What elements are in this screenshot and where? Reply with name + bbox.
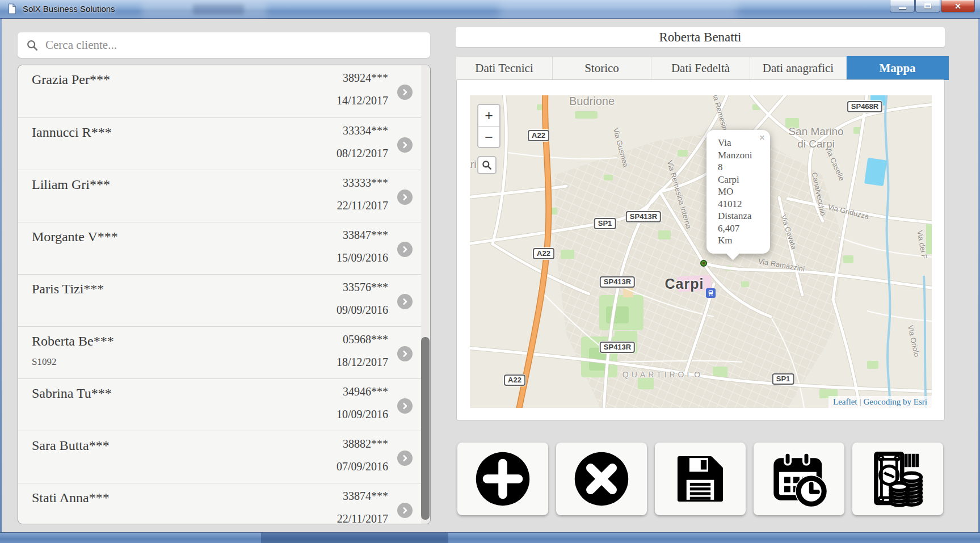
map-canvas[interactable]: BudrioneSan Marinodi CarpiCarpiQUARTIROL… [470,95,932,408]
customer-list-item[interactable]: Liliam Gri*** 33333*** 22/11/2017 [18,170,421,222]
title-bar: SolX Business Solutions ✕ [0,0,980,19]
chevron-right-icon [400,401,410,411]
customer-open-button[interactable] [397,398,413,414]
customer-open-button[interactable] [397,242,413,257]
action-toolbar [457,443,949,515]
x-circle-icon [570,448,633,510]
customer-open-button[interactable] [397,503,413,518]
chevron-right-icon [400,453,410,463]
customer-list-item[interactable]: Stati Anna*** 33874*** 22/11/2017 [18,483,421,524]
money-coins-icon [868,449,927,508]
customer-list-item[interactable]: Paris Tizi*** 33576*** 09/09/2016 [18,274,421,326]
chevron-right-icon [400,506,410,515]
maximize-button[interactable] [915,0,940,12]
esri-link[interactable]: Geocoding by Esri [864,397,927,406]
customer-name: Iannucci R*** [32,125,112,140]
customer-name: Roberta Be*** [32,334,114,349]
customer-number: 38882*** [343,437,388,451]
scrollbar-thumb[interactable] [421,337,430,520]
customer-name: Morgante V*** [32,229,118,245]
customer-last-date: 15/09/2016 [337,251,388,264]
app-window: SolX Business Solutions ✕ Grazia Per*** … [0,0,980,543]
map-marker[interactable] [700,260,707,267]
customer-name: Paris Tizi*** [32,281,104,297]
calendar-clock-icon [769,449,828,508]
customer-number: 38924*** [343,71,388,85]
tab-dati-tecnici[interactable]: Dati Tecnici [456,56,553,80]
customer-list-item[interactable]: Roberta Be*** S1092 05968*** 18/12/2017 [18,326,421,378]
customer-number: 33847*** [343,229,388,242]
chevron-right-icon [400,245,410,254]
customer-number: 05968*** [343,333,388,346]
customer-last-date: 22/11/2017 [337,512,388,524]
customer-name: Grazia Per*** [32,72,110,87]
app-document-icon [8,3,16,16]
popup-line: 8 [718,161,766,174]
add-button[interactable] [457,443,548,515]
customer-last-date: 10/09/2016 [337,408,388,421]
customer-number: 33334*** [343,124,388,137]
map-attribution: Leaflet|Geocoding by Esri [828,396,932,408]
customer-open-button[interactable] [397,85,413,100]
customer-name: Sara Butta*** [32,438,110,453]
chevron-right-icon [400,87,410,97]
popup-line: 41012 [718,198,766,211]
popup-close-icon[interactable]: × [759,132,765,144]
tab-dati-anagrafici[interactable]: Dati anagrafici [750,56,847,80]
maximize-icon [924,3,931,9]
tab-dati-fedeltà[interactable]: Dati Fedeltà [651,56,750,80]
customer-number: 33874*** [343,490,388,503]
customer-last-date: 08/12/2017 [337,147,388,160]
map-geocoder-button[interactable] [477,156,497,174]
popup-line: Manzoni [718,149,766,162]
map-zoom-control: + − [477,104,500,148]
customer-last-date: 18/12/2017 [337,356,388,369]
customer-last-date: 09/09/2016 [337,304,388,317]
attribution-separator: | [857,397,864,406]
customer-name: Liliam Gri*** [32,177,110,192]
customer-number: 33576*** [343,281,388,294]
zoom-in-button[interactable]: + [478,105,499,126]
popup-line: Distanza [718,210,766,222]
customer-list-item[interactable]: Sara Butta*** 38882*** 07/09/2016 [18,431,421,483]
customer-list-item[interactable]: Grazia Per*** 38924*** 14/12/2017 [18,65,421,117]
popup-line: 6,407 [718,222,766,235]
detail-tabs: Dati Tecnici Storico Dati Fedeltà Dati a… [456,56,949,80]
customer-open-button[interactable] [397,346,413,361]
chevron-right-icon [400,297,410,306]
minimize-button[interactable] [890,0,915,12]
map-popup: × ViaManzoni8CarpiMO41012Distanza6,407Km [706,130,770,254]
save-button[interactable] [655,443,746,515]
chevron-right-icon [400,349,410,359]
tab-storico[interactable]: Storico [553,56,651,80]
customer-number: 33333*** [343,176,388,190]
tab-mappa[interactable]: Mappa [847,56,949,80]
leaflet-link[interactable]: Leaflet [833,397,857,406]
schedule-button[interactable] [754,443,844,515]
popup-line: MO [718,186,766,198]
map-card: BudrioneSan Marinodi CarpiCarpiQUARTIROL… [456,79,945,420]
customer-list-item[interactable]: Iannucci R*** 33334*** 08/12/2017 [18,117,421,170]
customer-open-button[interactable] [397,451,413,466]
chevron-right-icon [400,192,410,202]
customer-open-button[interactable] [397,137,413,153]
customer-code: S1092 [32,356,56,368]
customer-name: Stati Anna*** [32,490,110,506]
aero-glass-reflection [193,5,244,15]
customer-list-item[interactable]: Morgante V*** 33847*** 15/09/2016 [18,222,421,274]
customer-name: Sabrina Tu*** [32,386,112,401]
window-title: SolX Business Solutions [23,4,115,14]
customer-list-item[interactable]: Sabrina Tu*** 34946*** 10/09/2016 [18,378,421,431]
customer-open-button[interactable] [397,190,413,205]
chevron-right-icon [400,140,410,150]
zoom-out-button[interactable]: − [478,126,499,147]
payments-button[interactable] [852,443,943,515]
close-button[interactable]: ✕ [941,0,975,12]
minimize-icon [899,7,906,9]
rail-station-icon [706,288,716,298]
search-input[interactable] [39,32,430,58]
client-name-header: Roberta Benatti [456,27,945,47]
customer-last-date: 22/11/2017 [337,199,388,212]
customer-open-button[interactable] [397,294,413,309]
cancel-button[interactable] [556,443,647,515]
